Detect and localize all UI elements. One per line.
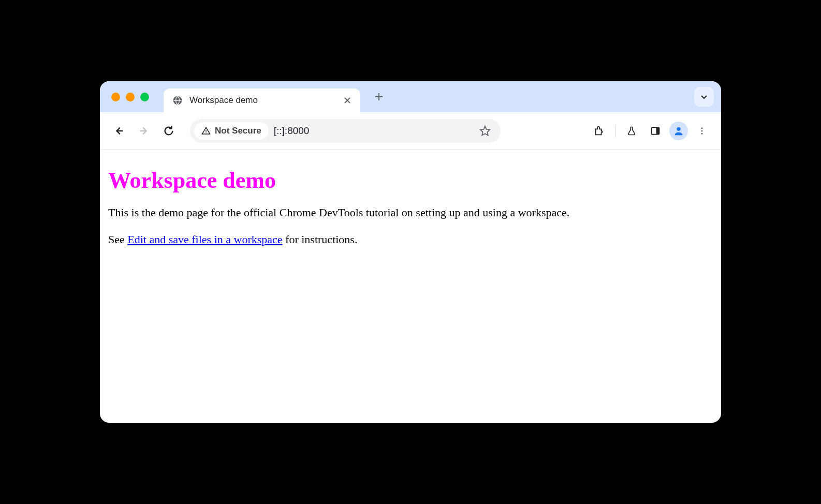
page-heading: Workspace demo: [108, 167, 713, 194]
browser-tab[interactable]: Workspace demo: [164, 88, 360, 112]
new-tab-button[interactable]: [370, 87, 388, 106]
svg-rect-12: [656, 127, 659, 134]
window-minimize-button[interactable]: [126, 93, 135, 101]
profile-button[interactable]: [669, 122, 688, 140]
svg-point-16: [701, 132, 703, 134]
window-close-button[interactable]: [111, 93, 120, 101]
labs-button[interactable]: [622, 121, 641, 141]
puzzle-icon: [593, 125, 605, 137]
paragraph-2-suffix: for instructions.: [283, 233, 358, 246]
menu-button[interactable]: [692, 121, 712, 141]
tutorial-link[interactable]: Edit and save files in a workspace: [127, 233, 282, 246]
star-icon: [479, 125, 491, 137]
separator: [615, 125, 615, 137]
page-content: Workspace demo This is the demo page for…: [100, 150, 721, 423]
close-icon: [344, 97, 351, 104]
tab-title: Workspace demo: [189, 95, 336, 106]
reload-icon: [163, 125, 174, 137]
toolbar-right: [589, 121, 712, 141]
security-label: Not Secure: [215, 126, 261, 136]
page-paragraph-1: This is the demo page for the official C…: [108, 205, 713, 220]
bookmark-button[interactable]: [476, 122, 494, 140]
reload-button[interactable]: [159, 121, 179, 141]
side-panel-button[interactable]: [646, 121, 665, 141]
panel-icon: [650, 126, 661, 136]
svg-point-14: [701, 127, 703, 129]
extensions-button[interactable]: [589, 121, 609, 141]
browser-window: Workspace demo: [100, 81, 721, 423]
tab-close-button[interactable]: [343, 96, 352, 105]
window-maximize-button[interactable]: [140, 93, 149, 101]
arrow-right-icon: [138, 125, 150, 137]
svg-point-10: [206, 132, 207, 134]
more-vertical-icon: [697, 126, 707, 136]
toolbar: Not Secure [::]:8000: [100, 112, 721, 150]
url-text: [::]:8000: [274, 125, 471, 137]
page-paragraph-2: See Edit and save files in a workspace f…: [108, 232, 713, 247]
paragraph-2-prefix: See: [108, 233, 127, 246]
person-icon: [673, 125, 684, 137]
plus-icon: [374, 92, 384, 101]
chevron-down-icon: [700, 93, 708, 101]
globe-icon: [172, 95, 183, 106]
tab-search-button[interactable]: [694, 87, 714, 107]
arrow-left-icon: [113, 125, 125, 137]
security-chip[interactable]: Not Secure: [194, 122, 269, 140]
back-button[interactable]: [109, 121, 129, 141]
window-controls: [111, 93, 149, 101]
forward-button[interactable]: [134, 121, 154, 141]
tab-strip: Workspace demo: [100, 81, 721, 112]
svg-point-15: [701, 130, 703, 131]
address-bar[interactable]: Not Secure [::]:8000: [190, 119, 501, 143]
flask-icon: [626, 126, 637, 136]
svg-point-13: [677, 127, 680, 130]
warning-icon: [201, 126, 211, 136]
